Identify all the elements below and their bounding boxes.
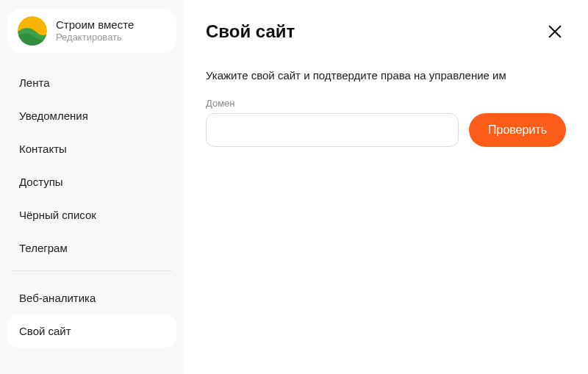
profile-card[interactable]: Строим вместе Редактировать <box>7 9 176 53</box>
sidebar: Строим вместе Редактировать Лента Уведом… <box>0 0 184 374</box>
profile-edit-link[interactable]: Редактировать <box>56 32 134 43</box>
nav-item-feed[interactable]: Лента <box>7 66 176 99</box>
verify-button[interactable]: Проверить <box>469 113 566 147</box>
close-icon <box>547 24 563 40</box>
nav-list-secondary: Веб-аналитика Свой сайт <box>0 277 184 348</box>
nav-item-access[interactable]: Доступы <box>7 165 176 198</box>
close-button[interactable] <box>544 21 566 43</box>
nav-item-contacts[interactable]: Контакты <box>7 132 176 165</box>
main-panel: Свой сайт Укажите свой сайт и подтвердит… <box>184 0 588 374</box>
panel-title: Свой сайт <box>206 21 295 42</box>
nav-item-blacklist[interactable]: Чёрный список <box>7 198 176 231</box>
nav-item-own-site[interactable]: Свой сайт <box>7 314 176 348</box>
nav-divider <box>12 270 172 271</box>
nav-item-web-analytics[interactable]: Веб-аналитика <box>7 281 176 314</box>
domain-input-row: Проверить <box>206 113 566 147</box>
profile-name: Строим вместе <box>56 18 134 32</box>
nav-item-telegram[interactable]: Телеграм <box>7 231 176 265</box>
profile-texts: Строим вместе Редактировать <box>56 18 134 44</box>
domain-label: Домен <box>206 98 566 109</box>
main-header: Свой сайт <box>206 21 566 43</box>
domain-input[interactable] <box>206 113 459 147</box>
nav-item-notifications[interactable]: Уведомления <box>7 99 176 132</box>
instruction-text: Укажите свой сайт и подтвердите права на… <box>206 69 566 82</box>
avatar <box>18 16 47 46</box>
nav-list-primary: Лента Уведомления Контакты Доступы Чёрны… <box>0 62 184 265</box>
